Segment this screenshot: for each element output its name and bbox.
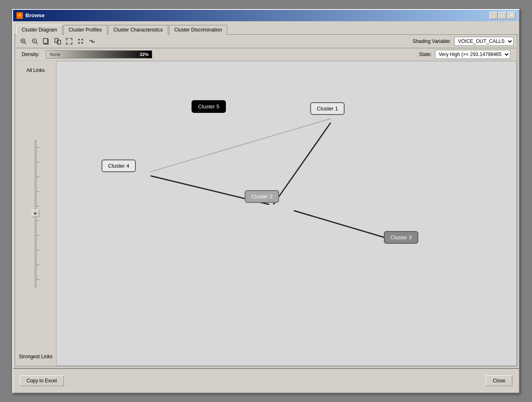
- tab-content: Shading Variable: VOICE_OUT_CALLS DATA_U…: [15, 34, 517, 366]
- close-button[interactable]: Close: [486, 375, 512, 386]
- svg-point-13: [78, 42, 80, 44]
- cluster-node-2[interactable]: Cluster 2: [245, 190, 279, 203]
- minimize-button[interactable]: _: [489, 12, 498, 19]
- svg-line-16: [151, 119, 331, 172]
- left-panel: All Links ▶: [15, 61, 56, 366]
- cluster-node-5[interactable]: Cluster 5: [192, 100, 226, 113]
- svg-rect-8: [43, 38, 47, 43]
- density-right: State: Very High (>= 293.14798465 High M…: [419, 50, 510, 59]
- copy2-button[interactable]: [53, 36, 63, 46]
- copy-to-excel-button[interactable]: Copy to Excel: [20, 375, 64, 386]
- slider-track[interactable]: ▶: [35, 140, 36, 287]
- slider-thumb[interactable]: ▶: [32, 210, 39, 217]
- svg-line-1: [25, 43, 26, 44]
- toolbar: Shading Variable: VOICE_OUT_CALLS DATA_U…: [15, 35, 517, 48]
- svg-point-15: [91, 40, 93, 42]
- density-none-label: None: [50, 52, 60, 57]
- zoom-out-button[interactable]: [30, 36, 40, 46]
- zoom-in-button[interactable]: [18, 36, 28, 46]
- density-gradient: None 32%: [46, 50, 152, 58]
- toolbar-left: [18, 36, 97, 46]
- svg-line-18: [273, 123, 331, 204]
- density-label: Density:: [22, 52, 39, 57]
- main-area: All Links ▶: [15, 61, 517, 366]
- svg-point-11: [78, 39, 80, 40]
- window-title: Browse: [25, 12, 45, 18]
- toolbar-right: Shading Variable: VOICE_OUT_CALLS DATA_U…: [413, 37, 514, 46]
- density-bar: Density: None 32% State: Very High (>= 2…: [15, 48, 517, 61]
- title-bar: ⚡ Browse _ □ ✕: [13, 10, 519, 21]
- state-select[interactable]: Very High (>= 293.14798465 High Medium L…: [435, 50, 510, 59]
- svg-rect-9: [55, 38, 58, 43]
- tabs-bar: Cluster Diagram Cluster Profiles Cluster…: [15, 23, 517, 34]
- svg-point-14: [81, 42, 83, 44]
- tab-cluster-diagram[interactable]: Cluster Diagram: [16, 25, 63, 35]
- svg-point-12: [81, 39, 83, 40]
- connection-lines-svg: [56, 61, 516, 366]
- state-label: State:: [419, 52, 432, 57]
- tool5-button[interactable]: [76, 36, 86, 46]
- tab-cluster-discrimination[interactable]: Cluster Discrimination: [169, 25, 228, 35]
- cluster-node-3[interactable]: Cluster 3: [384, 231, 418, 244]
- tab-cluster-profiles[interactable]: Cluster Profiles: [63, 25, 107, 35]
- slider-arrow-icon: ▶: [34, 211, 37, 215]
- svg-line-5: [36, 43, 38, 44]
- title-buttons: _ □ ✕: [489, 12, 516, 19]
- app-icon: ⚡: [16, 12, 23, 19]
- window-body: Cluster Diagram Cluster Profiles Cluster…: [13, 21, 519, 368]
- density-left: Density: None 32%: [22, 50, 152, 58]
- title-bar-left: ⚡ Browse: [16, 12, 45, 19]
- all-links-label: All Links: [27, 67, 45, 73]
- shading-variable-select[interactable]: VOICE_OUT_CALLS DATA_USAGE SMS_COUNT: [454, 37, 514, 46]
- slider-container: ▶: [35, 73, 36, 354]
- diagram-area: Cluster 5 Cluster 1 Cluster 4 Cluster 2: [56, 61, 517, 366]
- fit-button[interactable]: [64, 36, 74, 46]
- cluster-node-4[interactable]: Cluster 4: [101, 159, 136, 172]
- tool6-button[interactable]: [87, 36, 97, 46]
- density-pct-label: 32%: [140, 52, 149, 57]
- strongest-links-label: Strongest Links: [19, 354, 53, 359]
- close-window-button[interactable]: ✕: [507, 12, 516, 19]
- cluster-node-1[interactable]: Cluster 1: [310, 102, 345, 115]
- copy-button[interactable]: [41, 36, 51, 46]
- maximize-button[interactable]: □: [498, 12, 507, 19]
- main-window: ⚡ Browse _ □ ✕ Cluster Diagram Cluster P…: [12, 9, 520, 393]
- bottom-bar: Copy to Excel Close: [13, 368, 519, 393]
- shading-variable-label: Shading Variable:: [413, 38, 451, 44]
- svg-rect-10: [57, 40, 61, 44]
- tab-cluster-characteristics[interactable]: Cluster Characteristics: [108, 25, 168, 35]
